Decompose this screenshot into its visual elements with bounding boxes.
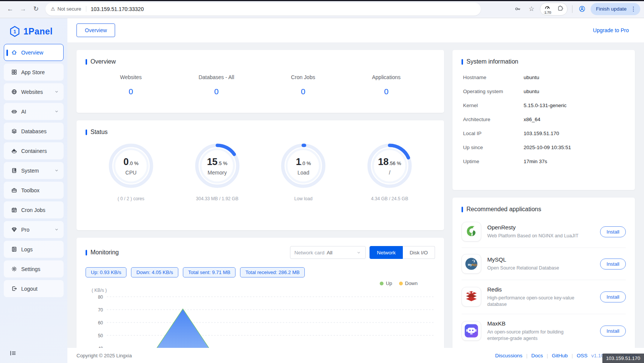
sidebar-item-containers[interactable]: Containers — [4, 142, 64, 159]
sysinfo-row-uptime: Uptime17min 37s — [463, 154, 624, 168]
screen: ← → ↻ ⚠ Not secure 103.159.51.170:33320 … — [0, 0, 644, 363]
stat-value[interactable]: 0 — [198, 87, 234, 96]
app-name[interactable]: Redis — [487, 286, 594, 293]
tab-disk-io[interactable]: Disk I/O — [403, 246, 435, 259]
install-maxkb-button[interactable]: Install — [600, 326, 626, 337]
warning-icon: ⚠ — [51, 6, 55, 12]
legend-down[interactable]: Down — [399, 280, 418, 286]
app-name[interactable]: MaxKB — [487, 320, 594, 327]
system-information-card: System information Hostnameubuntu Operat… — [452, 50, 635, 190]
section-title: Monitoring — [90, 249, 119, 256]
gauge-label: CPU — [125, 170, 137, 176]
legend-up[interactable]: Up — [380, 280, 392, 286]
legend-label: Down — [405, 280, 418, 286]
forward-icon[interactable]: → — [17, 3, 29, 15]
not-secure-label: Not secure — [58, 6, 81, 12]
stat-value[interactable]: 0 — [120, 87, 142, 96]
sidebar-item-pro[interactable]: Pro — [4, 221, 64, 238]
monitoring-card: Monitoring Network card All Network — [76, 238, 444, 363]
sidebar-item-ai[interactable]: AI — [4, 103, 64, 120]
gauge-label: Memory — [207, 170, 227, 176]
system-info-card-title: System information — [452, 50, 635, 65]
select-value: All — [327, 250, 332, 256]
chart-legend: Up Down — [76, 277, 444, 286]
footer-link-oss[interactable]: OSS — [577, 353, 588, 358]
app-description: High-performance open-source key-value d… — [487, 295, 582, 308]
password-key-icon[interactable] — [513, 4, 523, 14]
app-description: An open-source platform for building ent… — [487, 329, 582, 342]
section-title: Recommended applications — [466, 206, 541, 213]
overview-card-title: Overview — [76, 50, 444, 65]
network-card-select[interactable]: Network card All — [290, 246, 366, 259]
stat-value[interactable]: 0 — [291, 87, 315, 96]
address-bar[interactable]: ⚠ Not secure 103.159.51.170:33320 — [45, 3, 481, 16]
sysinfo-label: Up since — [463, 145, 524, 150]
stat-value[interactable]: 0 — [372, 87, 401, 96]
status-card-title: Status — [76, 120, 444, 136]
extensions-pill: 1.70 — [540, 3, 568, 16]
stat-cron-jobs: Cron Jobs 0 — [291, 74, 315, 96]
browser-menu-kebab-icon[interactable]: ⋮ — [629, 5, 638, 12]
stat-databases: Databases - All 0 — [198, 74, 234, 96]
tab-overview[interactable]: Overview — [76, 23, 115, 37]
sidebar-item-logs[interactable]: Logs — [4, 241, 64, 258]
sidebar-item-logout[interactable]: Logout — [4, 280, 64, 297]
app-name[interactable]: MySQL — [487, 256, 594, 263]
footer-link-github[interactable]: GitHub — [552, 353, 568, 358]
footer-separator: | — [526, 353, 528, 358]
sysinfo-value: ubuntu — [524, 75, 539, 80]
gauge-memory: 15.5 % Memory 304.33 MB / 1.92 GB — [176, 142, 259, 201]
extensions-puzzle-icon[interactable] — [557, 5, 563, 13]
stat-applications: Applications 0 — [372, 74, 401, 96]
tab-network[interactable]: Network — [370, 246, 403, 259]
back-icon[interactable]: ← — [5, 3, 16, 15]
footer-link-discussions[interactable]: Discussions — [495, 353, 522, 358]
sysinfo-row-hostname: Hostnameubuntu — [463, 70, 624, 84]
sidebar-item-cron-jobs[interactable]: Cron Jobs — [4, 201, 64, 218]
install-openresty-button[interactable]: Install — [600, 226, 626, 237]
upgrade-to-pro-link[interactable]: Upgrade to Pro — [593, 27, 629, 33]
diamond-icon — [11, 226, 17, 233]
url-text[interactable]: 103.159.51.170:33320 — [91, 6, 144, 12]
title-accent-bar — [462, 59, 463, 65]
gauge-caption: 4.34 GB / 24.5 GB — [348, 196, 431, 201]
not-secure-chip[interactable]: ⚠ Not secure — [51, 6, 86, 12]
chevron-down-icon — [356, 250, 362, 256]
app-name[interactable]: OpenResty — [487, 224, 594, 231]
logout-icon — [11, 285, 17, 292]
gear-icon — [11, 266, 17, 272]
sysinfo-label: Hostname — [463, 75, 524, 80]
gauge-value: 18.56 % — [378, 156, 401, 167]
bookmark-star-icon[interactable]: ☆ — [526, 4, 537, 14]
install-mysql-button[interactable]: Install — [600, 259, 626, 270]
badge-total-received: Total received: 286.2 MB — [240, 267, 305, 277]
sidebar-item-overview[interactable]: Overview — [4, 44, 64, 61]
sidebar-item-system[interactable]: System — [4, 162, 64, 179]
gauge-root-disk: 18.56 % / 4.34 GB / 24.5 GB — [348, 142, 431, 201]
sidebar-item-databases[interactable]: Databases — [4, 123, 64, 140]
reload-icon[interactable]: ↻ — [30, 3, 42, 15]
docker-whale-icon — [11, 148, 17, 154]
speedtest-extension-icon[interactable]: 1.70 — [544, 4, 554, 14]
install-redis-button[interactable]: Install — [600, 291, 626, 302]
1panel-hexagon-icon: 1 — [9, 26, 20, 37]
profile-avatar-icon[interactable] — [577, 4, 588, 14]
footer-link-docs[interactable]: Docs — [531, 353, 543, 358]
app-row-redis: Redis High-performance open-source key-v… — [462, 280, 626, 314]
app-description: Open Source Relational Database — [487, 265, 582, 271]
section-title: Status — [90, 129, 108, 136]
sidebar-collapse-icon[interactable] — [9, 349, 17, 358]
sysinfo-row-os: Operating systemubuntu — [463, 84, 624, 98]
sidebar-item-app-store[interactable]: App Store — [4, 64, 64, 81]
page-tabs-bar: Overview Upgrade to Pro — [67, 18, 644, 42]
browser-toolbar: ← → ↻ ⚠ Not secure 103.159.51.170:33320 … — [0, 0, 644, 18]
sysinfo-value: ubuntu — [524, 89, 539, 94]
sidebar-item-settings[interactable]: Settings — [4, 260, 64, 277]
sidebar-item-label: Logout — [21, 286, 37, 292]
sidebar-item-label: AI — [21, 109, 26, 115]
gauge-value: 15.5 % — [207, 156, 228, 167]
sidebar-item-label: Cron Jobs — [21, 207, 45, 213]
sidebar-item-toolbox[interactable]: Toolbox — [4, 182, 64, 199]
sidebar-item-websites[interactable]: Websites — [4, 83, 64, 100]
finish-update-button[interactable]: Finish update ⋮ — [591, 3, 640, 15]
